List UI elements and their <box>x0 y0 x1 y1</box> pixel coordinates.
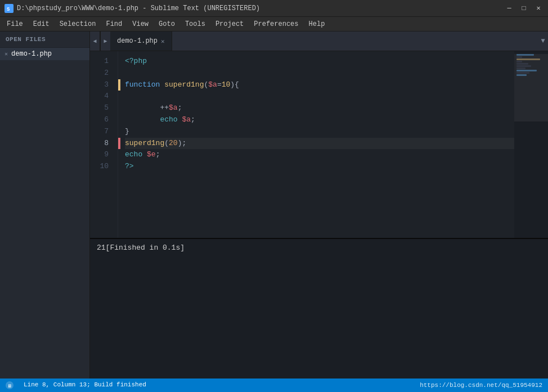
line-num-10: 10 <box>90 161 112 173</box>
menu-selection[interactable]: Selection <box>55 19 101 29</box>
menu-preferences[interactable]: Preferences <box>249 19 303 29</box>
sidebar-filename: demo-1.php <box>11 50 52 58</box>
sidebar-header: OPEN FILES <box>0 31 89 48</box>
tab-label: demo-1.php <box>117 37 158 45</box>
close-file-icon[interactable]: ✕ <box>5 51 8 57</box>
status-text: Line 8, Column 13; Build finished <box>24 381 146 389</box>
window-title: D:\phpstudy_pro\WWW\demo-1.php - Sublime… <box>17 4 260 12</box>
mini-line-4 <box>516 61 522 62</box>
param-default: 10 <box>222 79 231 91</box>
line-num-5: 5 <box>90 102 112 114</box>
line-num-9: 9 <box>90 149 112 161</box>
title-bar: S D:\phpstudy_pro\WWW\demo-1.php - Subli… <box>0 0 548 17</box>
tab-bar: ◀ ▶ demo-1.php ✕ ▼ <box>90 31 548 51</box>
mini-line-6 <box>516 65 531 67</box>
line-num-4: 4 <box>90 91 112 102</box>
code-line-2 <box>125 67 514 79</box>
code-line-6: echo $a ; <box>125 114 514 126</box>
mini-line-2 <box>516 56 522 58</box>
line-num-8: 8 <box>90 138 112 150</box>
num-20: 20 <box>169 138 178 150</box>
close-button[interactable]: ✕ <box>533 3 543 13</box>
svg-text:🖥: 🖥 <box>7 384 12 389</box>
code-editor[interactable]: 1 2 3 4 5 6 7 8 9 10 <?php <box>90 51 548 238</box>
param-var: $a <box>208 79 217 91</box>
code-line-7: } <box>125 126 514 138</box>
gutter-marker-3 <box>118 79 120 91</box>
fn-name: superd1ng <box>164 79 204 91</box>
line-numbers: 1 2 3 4 5 6 7 8 9 10 <box>90 51 118 238</box>
tab-nav-left[interactable]: ◀ <box>90 31 100 51</box>
main-content: OPEN FILES ✕ demo-1.php ◀ ▶ demo-1.php ✕… <box>0 31 548 379</box>
code-line-3: function superd1ng ( $a = 10 ) { <box>125 79 514 91</box>
editor-area: ◀ ▶ demo-1.php ✕ ▼ 1 2 3 4 5 6 7 8 9 10 <box>90 31 548 379</box>
menu-goto[interactable]: Goto <box>154 19 179 29</box>
window-controls[interactable]: — □ ✕ <box>504 3 543 13</box>
php-close-tag: ?> <box>125 161 134 173</box>
minimap <box>514 51 548 238</box>
line-num-6: 6 <box>90 114 112 126</box>
kw-echo: echo <box>160 114 177 126</box>
mini-line-9 <box>516 72 529 74</box>
mini-line-8 <box>516 70 537 71</box>
status-right: https://blog.csdn.net/qq_51954912 <box>420 382 542 389</box>
php-open-tag: <?php <box>125 56 147 67</box>
code-line-10: ?> <box>125 161 514 173</box>
tab-dropdown-button[interactable]: ▼ <box>538 31 548 51</box>
var-e: $e <box>147 149 156 161</box>
menu-project[interactable]: Project <box>211 19 248 29</box>
status-left: 🖥 Line 8, Column 13; Build finished <box>6 381 146 389</box>
svg-text:S: S <box>7 7 10 12</box>
output-panel[interactable]: 21[Finished in 0.1s] <box>90 238 548 379</box>
mini-line-5 <box>516 63 528 65</box>
menu-bar: File Edit Selection Find View Goto Tools… <box>0 17 548 31</box>
mini-line-10 <box>516 74 527 76</box>
status-url: https://blog.csdn.net/qq_51954912 <box>420 382 542 389</box>
line-num-7: 7 <box>90 126 112 138</box>
code-content[interactable]: <?php function superd1ng ( $a = 10 ) { <box>118 51 514 238</box>
menu-find[interactable]: Find <box>101 19 127 29</box>
output-content: 21[Finished in 0.1s] <box>97 244 185 252</box>
mini-line-7 <box>516 67 525 69</box>
status-bar: 🖥 Line 8, Column 13; Build finished http… <box>0 379 548 392</box>
code-line-8: superd1ng ( 20 ) ; <box>125 138 514 150</box>
minimap-content <box>514 51 548 79</box>
code-line-5: ++ $a ; <box>125 102 514 114</box>
menu-edit[interactable]: Edit <box>29 19 54 29</box>
line-num-1: 1 <box>90 56 112 67</box>
maximize-button[interactable]: □ <box>519 3 529 13</box>
line-num-3: 3 <box>90 79 112 91</box>
mini-line-3 <box>516 58 540 60</box>
menu-view[interactable]: View <box>128 19 153 29</box>
code-line-1: <?php <box>125 56 514 67</box>
tab-nav-right[interactable]: ▶ <box>100 31 110 51</box>
tab-close-icon[interactable]: ✕ <box>161 38 165 45</box>
var-a-echo: $a <box>182 114 191 126</box>
sidebar-file-item[interactable]: ✕ demo-1.php <box>0 48 89 60</box>
line-num-2: 2 <box>90 67 112 79</box>
minimize-button[interactable]: — <box>504 3 514 13</box>
code-line-9: echo $e ; <box>125 149 514 161</box>
menu-file[interactable]: File <box>2 19 28 29</box>
title-bar-left: S D:\phpstudy_pro\WWW\demo-1.php - Subli… <box>5 4 260 13</box>
app-icon: S <box>5 4 14 13</box>
tab-demo1php[interactable]: demo-1.php ✕ <box>110 31 172 51</box>
menu-tools[interactable]: Tools <box>181 19 210 29</box>
menu-help[interactable]: Help <box>304 19 330 29</box>
var-a: $a <box>169 102 178 114</box>
sidebar: OPEN FILES ✕ demo-1.php <box>0 31 90 379</box>
kw-echo-2: echo <box>125 149 142 161</box>
mini-line-1 <box>516 54 534 56</box>
status-icon: 🖥 <box>6 381 15 389</box>
code-line-4 <box>125 91 514 102</box>
kw-function: function <box>125 79 160 91</box>
gutter-marker-8 <box>118 138 120 150</box>
fn-call: superd1ng <box>125 138 164 150</box>
